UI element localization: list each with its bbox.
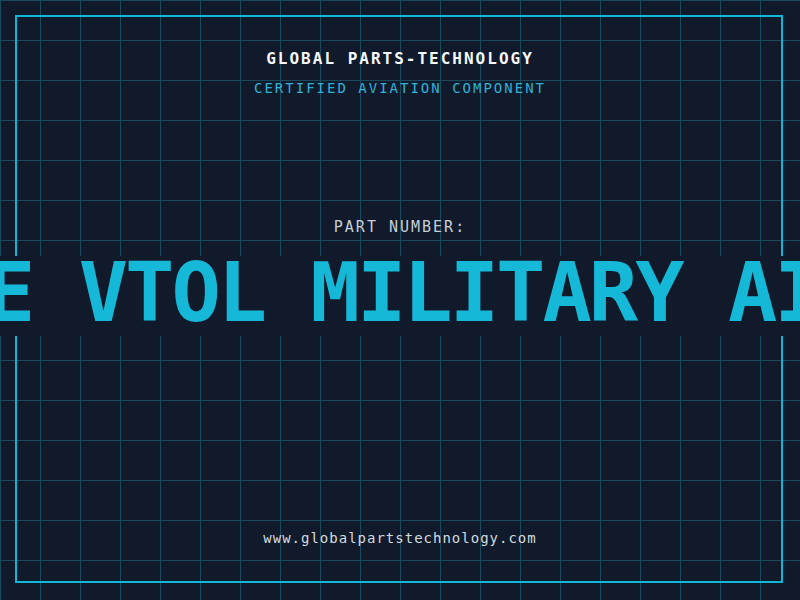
- brand-subtitle: CERTIFIED AVIATION COMPONENT: [0, 80, 800, 96]
- website-url: www.globalpartstechnology.com: [0, 530, 800, 546]
- brand-title: GLOBAL PARTS-TECHNOLOGY: [0, 49, 800, 68]
- part-number-label: PART NUMBER:: [0, 218, 800, 236]
- part-name-marquee-band: E VTOL MILITARY AIR: [0, 256, 800, 336]
- grid-background: GLOBAL PARTS-TECHNOLOGY CERTIFIED AVIATI…: [0, 0, 800, 600]
- part-name-marquee-text: E VTOL MILITARY AIR: [0, 256, 800, 336]
